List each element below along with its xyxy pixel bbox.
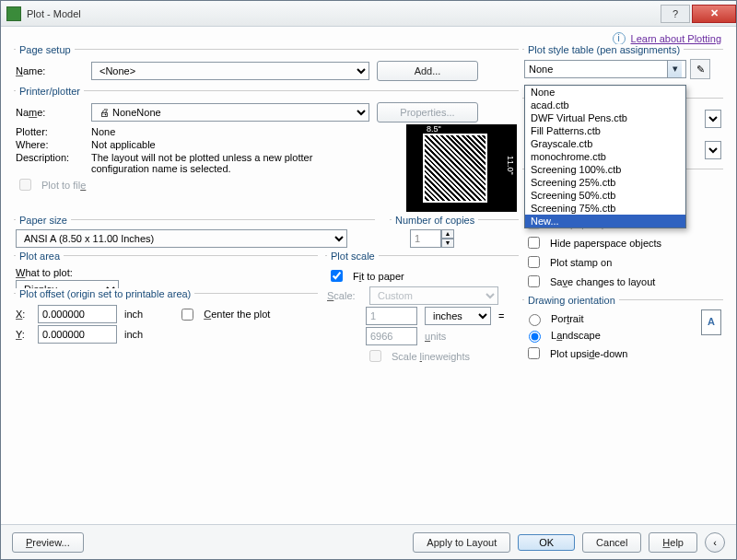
orientation-icon [701,309,721,335]
plotter-label: Plotter: [16,126,84,137]
apply-to-layout-button[interactable]: Apply to Layout [413,532,510,553]
list-item[interactable]: Fill Patterns.ctb [525,124,685,137]
copies-down: ▼ [441,239,454,248]
copies-input [410,229,441,248]
app-icon [6,6,21,21]
list-item[interactable]: Screening 50%.ctb [525,189,685,202]
scale-label: Scale: [327,290,362,301]
drawing-orientation-group: Drawing orientation Portrait Landscape P… [522,299,723,366]
edit-plot-style-button[interactable]: ✎ [690,59,710,79]
list-item[interactable]: New... [525,215,685,228]
scale-select: Custom [369,286,498,305]
list-item[interactable]: monochrome.ctb [525,150,685,163]
cancel-button[interactable]: Cancel [582,532,641,553]
printer-name-select[interactable]: 🖨 NoneNone [91,103,369,122]
printer-name-label: Name: [16,107,84,118]
list-item[interactable]: acad.ctb [525,99,685,111]
plot-offset-group: Plot offset (origin set to printable are… [14,293,318,347]
center-plot-checkbox[interactable] [181,309,193,321]
plot-scale-group: Plot scale Fit to paper Scale:Custom inc… [325,255,519,368]
offset-y-input[interactable] [38,325,117,344]
expand-button[interactable]: ‹ [705,532,725,553]
plot-style-select[interactable]: None ▾ [524,60,686,78]
landscape-radio[interactable] [529,331,541,343]
page-setup-name-select[interactable]: <None> [91,62,369,80]
help-titlebar-button[interactable]: ? [661,5,690,23]
scale-lineweights-checkbox [369,350,381,362]
scale-numerator-input [366,307,417,325]
scale-denominator-input [366,327,417,345]
offset-x-input[interactable] [38,305,117,323]
list-item[interactable]: Screening 75%.ctb [525,202,685,215]
scale-unit-label: units [425,331,446,342]
paper-size-group: Paper size ANSI A (8.50 x 11.00 Inches) [14,219,375,250]
window-title: Plot - Model [27,8,81,19]
list-item[interactable]: Screening 100%.ctb [525,163,685,176]
fit-to-paper-checkbox[interactable] [331,270,343,282]
portrait-radio[interactable] [529,314,541,326]
scale-lineweights-label: Scale lineweights [392,351,470,362]
quality-select[interactable] [705,141,721,159]
page-setup-name-label: Name: [16,65,84,76]
description-label: Description: [16,152,84,163]
description-value: The layout will not be plotted unless a … [91,152,358,174]
add-button[interactable]: Add... [377,61,478,81]
portrait-label: Portrait [551,313,583,324]
plot-upside-down-checkbox[interactable] [528,347,540,359]
save-changes-label: Save changes to layout [550,276,655,287]
copies-stepper: ▲▼ [410,229,517,248]
list-item[interactable]: Screening 25%.ctb [525,176,685,189]
where-value: Not applicable [91,139,156,150]
equals-label: = [498,310,504,321]
list-item[interactable]: Grayscale.ctb [525,137,685,150]
close-button[interactable]: ✕ [692,5,736,23]
help-button[interactable]: Help [649,532,697,553]
plotter-value: None [91,126,115,137]
properties-button: Properties... [377,102,478,122]
hide-paperspace-checkbox[interactable] [528,237,540,249]
shade-plot-select[interactable] [705,110,721,128]
plot-style-table-group: Plot style table (pen assignments) None … [522,49,723,81]
offset-y-unit: inch [124,329,143,340]
plot-stamp-label: Plot stamp on [550,257,612,268]
info-icon: i [613,32,626,45]
where-label: Where: [16,139,84,150]
offset-x-unit: inch [124,309,143,320]
paper-preview: 8.5" 11.0" [406,124,517,212]
page-setup-group: Page setup Name: <None> Add... [14,49,519,85]
titlebar: Plot - Model ? ✕ [1,1,736,27]
plot-upside-down-label: Plot upside-down [550,348,627,359]
plot-dialog: Plot - Model ? ✕ i Learn about Plotting … [0,0,737,560]
offset-x-label: X: [16,309,30,320]
scale-unit-select[interactable]: inches [425,307,491,325]
offset-y-label: Y: [16,329,30,340]
ok-button[interactable]: OK [518,534,575,551]
number-of-copies-group: Number of copies ▲▼ [390,219,519,250]
center-plot-label: Center the plot [204,309,270,320]
plot-to-file-label: Plot to file [41,180,86,191]
paper-size-select[interactable]: ANSI A (8.50 x 11.00 Inches) [16,229,347,248]
plot-to-file-checkbox [19,179,31,191]
what-to-plot-label: What to plot: [16,267,73,278]
landscape-label: Landscape [551,330,601,341]
list-item[interactable]: None [525,86,685,99]
list-item[interactable]: DWF Virtual Pens.ctb [525,111,685,124]
fit-to-paper-label: Fit to paper [353,271,404,282]
preview-button[interactable]: Preview... [12,532,84,553]
learn-about-plotting-link[interactable]: Learn about Plotting [631,33,721,44]
copies-up: ▲ [441,229,454,239]
save-changes-checkbox[interactable] [528,275,540,287]
printer-plotter-group: Printer/plotter Name: 🖨 NoneNone Propert… [14,90,519,214]
footer: Preview... Apply to Layout OK Cancel Hel… [1,524,736,559]
plot-style-dropdown[interactable]: None acad.ctb DWF Virtual Pens.ctb Fill … [524,85,686,228]
chevron-down-icon[interactable]: ▾ [667,61,682,77]
plot-stamp-checkbox[interactable] [528,256,540,268]
hide-paperspace-label: Hide paperspace objects [550,238,661,249]
